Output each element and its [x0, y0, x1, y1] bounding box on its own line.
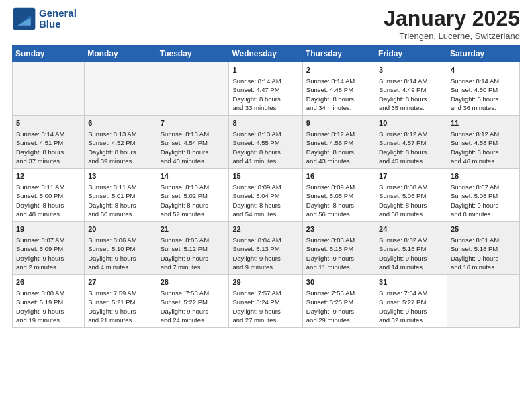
- day-info: Sunrise: 8:11 AM Sunset: 5:00 PM Dayligh…: [16, 183, 81, 218]
- day-cell-8: 8Sunrise: 8:13 AM Sunset: 4:55 PM Daylig…: [229, 116, 302, 169]
- week-row-3: 12Sunrise: 8:11 AM Sunset: 5:00 PM Dayli…: [13, 169, 520, 222]
- weekday-header-sunday: Sunday: [13, 46, 85, 62]
- day-cell-23: 23Sunrise: 8:03 AM Sunset: 5:15 PM Dayli…: [302, 222, 375, 275]
- day-cell-9: 9Sunrise: 8:12 AM Sunset: 4:56 PM Daylig…: [302, 116, 375, 169]
- day-number: 5: [16, 118, 81, 128]
- day-number: 29: [232, 277, 298, 287]
- logo-text: General Blue: [39, 8, 77, 30]
- logo: General Blue: [12, 7, 77, 31]
- day-info: Sunrise: 7:59 AM Sunset: 5:21 PM Dayligh…: [88, 289, 152, 324]
- day-number: 16: [306, 171, 371, 181]
- day-info: Sunrise: 7:55 AM Sunset: 5:25 PM Dayligh…: [306, 289, 371, 324]
- day-cell-25: 25Sunrise: 8:01 AM Sunset: 5:18 PM Dayli…: [447, 222, 519, 275]
- day-number: 14: [161, 171, 226, 181]
- day-info: Sunrise: 8:05 AM Sunset: 5:12 PM Dayligh…: [161, 236, 226, 271]
- week-row-4: 19Sunrise: 8:07 AM Sunset: 5:09 PM Dayli…: [13, 222, 520, 275]
- day-number: 7: [161, 118, 226, 128]
- day-cell-16: 16Sunrise: 8:09 AM Sunset: 5:05 PM Dayli…: [302, 169, 375, 222]
- day-info: Sunrise: 8:03 AM Sunset: 5:15 PM Dayligh…: [306, 236, 371, 271]
- day-number: 9: [306, 118, 371, 128]
- day-info: Sunrise: 8:12 AM Sunset: 4:58 PM Dayligh…: [451, 130, 516, 165]
- empty-cell: [13, 62, 85, 116]
- day-info: Sunrise: 7:58 AM Sunset: 5:22 PM Dayligh…: [161, 289, 226, 324]
- day-cell-18: 18Sunrise: 8:07 AM Sunset: 5:08 PM Dayli…: [447, 169, 519, 222]
- day-number: 11: [451, 118, 516, 128]
- day-number: 12: [16, 171, 81, 181]
- day-number: 25: [451, 224, 516, 234]
- day-info: Sunrise: 8:04 AM Sunset: 5:13 PM Dayligh…: [232, 236, 298, 271]
- day-cell-17: 17Sunrise: 8:08 AM Sunset: 5:06 PM Dayli…: [375, 169, 447, 222]
- day-cell-28: 28Sunrise: 7:58 AM Sunset: 5:22 PM Dayli…: [157, 275, 229, 328]
- day-cell-26: 26Sunrise: 8:00 AM Sunset: 5:19 PM Dayli…: [13, 275, 85, 328]
- month-title: January 2025: [384, 7, 520, 30]
- day-cell-29: 29Sunrise: 7:57 AM Sunset: 5:24 PM Dayli…: [229, 275, 302, 328]
- week-row-2: 5Sunrise: 8:14 AM Sunset: 4:51 PM Daylig…: [13, 116, 520, 169]
- day-cell-27: 27Sunrise: 7:59 AM Sunset: 5:21 PM Dayli…: [85, 275, 157, 328]
- day-cell-14: 14Sunrise: 8:10 AM Sunset: 5:02 PM Dayli…: [157, 169, 229, 222]
- header: General Blue January 2025 Triengen, Luce…: [12, 7, 520, 41]
- day-cell-5: 5Sunrise: 8:14 AM Sunset: 4:51 PM Daylig…: [13, 116, 85, 169]
- week-row-1: 1Sunrise: 8:14 AM Sunset: 4:47 PM Daylig…: [13, 62, 520, 116]
- day-cell-20: 20Sunrise: 8:06 AM Sunset: 5:10 PM Dayli…: [85, 222, 157, 275]
- day-info: Sunrise: 8:01 AM Sunset: 5:18 PM Dayligh…: [451, 236, 516, 271]
- calendar-table: SundayMondayTuesdayWednesdayThursdayFrid…: [12, 45, 520, 328]
- day-cell-6: 6Sunrise: 8:13 AM Sunset: 4:52 PM Daylig…: [85, 116, 157, 169]
- logo-line1: General: [39, 8, 77, 19]
- day-cell-31: 31Sunrise: 7:54 AM Sunset: 5:27 PM Dayli…: [375, 275, 447, 328]
- empty-cell: [447, 275, 519, 328]
- day-info: Sunrise: 8:07 AM Sunset: 5:09 PM Dayligh…: [16, 236, 81, 271]
- page: General Blue January 2025 Triengen, Luce…: [0, 0, 532, 411]
- day-info: Sunrise: 8:08 AM Sunset: 5:06 PM Dayligh…: [379, 183, 443, 218]
- day-info: Sunrise: 7:57 AM Sunset: 5:24 PM Dayligh…: [232, 289, 298, 324]
- day-cell-7: 7Sunrise: 8:13 AM Sunset: 4:54 PM Daylig…: [157, 116, 229, 169]
- day-number: 8: [232, 118, 298, 128]
- day-info: Sunrise: 8:14 AM Sunset: 4:48 PM Dayligh…: [306, 77, 371, 112]
- day-number: 20: [88, 224, 152, 234]
- day-number: 26: [16, 277, 81, 287]
- day-info: Sunrise: 8:14 AM Sunset: 4:47 PM Dayligh…: [232, 77, 298, 112]
- day-info: Sunrise: 8:10 AM Sunset: 5:02 PM Dayligh…: [161, 183, 226, 218]
- day-cell-19: 19Sunrise: 8:07 AM Sunset: 5:09 PM Dayli…: [13, 222, 85, 275]
- day-number: 1: [232, 65, 298, 75]
- day-info: Sunrise: 7:54 AM Sunset: 5:27 PM Dayligh…: [379, 289, 443, 324]
- day-info: Sunrise: 8:14 AM Sunset: 4:49 PM Dayligh…: [379, 77, 443, 112]
- day-number: 23: [306, 224, 371, 234]
- day-cell-1: 1Sunrise: 8:14 AM Sunset: 4:47 PM Daylig…: [229, 62, 302, 116]
- day-number: 6: [88, 118, 152, 128]
- day-cell-10: 10Sunrise: 8:12 AM Sunset: 4:57 PM Dayli…: [375, 116, 447, 169]
- day-number: 10: [379, 118, 443, 128]
- day-info: Sunrise: 8:06 AM Sunset: 5:10 PM Dayligh…: [88, 236, 152, 271]
- weekday-header-wednesday: Wednesday: [229, 46, 302, 62]
- day-number: 24: [379, 224, 443, 234]
- day-info: Sunrise: 8:09 AM Sunset: 5:04 PM Dayligh…: [232, 183, 298, 218]
- day-cell-24: 24Sunrise: 8:02 AM Sunset: 5:16 PM Dayli…: [375, 222, 447, 275]
- day-number: 13: [88, 171, 152, 181]
- weekday-header-friday: Friday: [375, 46, 447, 62]
- day-info: Sunrise: 8:13 AM Sunset: 4:55 PM Dayligh…: [232, 130, 298, 165]
- day-number: 19: [16, 224, 81, 234]
- day-cell-21: 21Sunrise: 8:05 AM Sunset: 5:12 PM Dayli…: [157, 222, 229, 275]
- weekday-header-monday: Monday: [85, 46, 157, 62]
- empty-cell: [157, 62, 229, 116]
- day-info: Sunrise: 8:14 AM Sunset: 4:51 PM Dayligh…: [16, 130, 81, 165]
- day-cell-11: 11Sunrise: 8:12 AM Sunset: 4:58 PM Dayli…: [447, 116, 519, 169]
- day-number: 2: [306, 65, 371, 75]
- day-info: Sunrise: 8:14 AM Sunset: 4:50 PM Dayligh…: [451, 77, 516, 112]
- day-number: 4: [451, 65, 516, 75]
- day-number: 21: [161, 224, 226, 234]
- logo-icon: [12, 7, 36, 31]
- day-info: Sunrise: 8:00 AM Sunset: 5:19 PM Dayligh…: [16, 289, 81, 324]
- day-number: 17: [379, 171, 443, 181]
- day-cell-13: 13Sunrise: 8:11 AM Sunset: 5:01 PM Dayli…: [85, 169, 157, 222]
- svg-rect-0: [13, 8, 36, 30]
- day-cell-22: 22Sunrise: 8:04 AM Sunset: 5:13 PM Dayli…: [229, 222, 302, 275]
- day-info: Sunrise: 8:12 AM Sunset: 4:56 PM Dayligh…: [306, 130, 371, 165]
- empty-cell: [85, 62, 157, 116]
- day-cell-2: 2Sunrise: 8:14 AM Sunset: 4:48 PM Daylig…: [302, 62, 375, 116]
- day-number: 3: [379, 65, 443, 75]
- day-cell-30: 30Sunrise: 7:55 AM Sunset: 5:25 PM Dayli…: [302, 275, 375, 328]
- weekday-header-tuesday: Tuesday: [157, 46, 229, 62]
- logo-line2: Blue: [39, 19, 77, 30]
- day-number: 22: [232, 224, 298, 234]
- week-row-5: 26Sunrise: 8:00 AM Sunset: 5:19 PM Dayli…: [13, 275, 520, 328]
